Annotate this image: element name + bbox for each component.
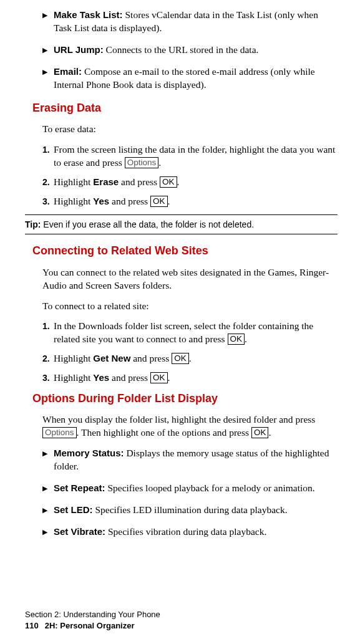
options-intro-text: . Then highlight one of the options and …	[77, 427, 251, 438]
bullet-item: ▶ Make Task List: Stores vCalendar data …	[42, 9, 338, 35]
step-item: 2. Highlight Erase and press OK.	[42, 176, 338, 189]
bullet-item: ▶ Set Repeat: Specifies looped playback …	[42, 482, 338, 495]
options-button-label: Options	[125, 157, 159, 168]
page-footer: Section 2: Understanding Your Phone 1102…	[25, 609, 160, 632]
step-number: 1.	[42, 143, 54, 170]
step-body: Highlight Erase and press OK.	[54, 176, 338, 189]
step-text: .	[177, 176, 180, 187]
options-intro-text: .	[268, 427, 271, 438]
bullet-text: Specifies looped playback for a melody o…	[105, 483, 315, 493]
bullet-body: Email: Compose an e-mail to the stored e…	[54, 65, 338, 92]
triangle-icon: ▶	[42, 504, 54, 517]
bullet-body: Set LED: Specifies LED illumination duri…	[54, 504, 338, 517]
ok-button-label: OK	[150, 196, 168, 207]
erasing-intro: To erase data:	[42, 123, 338, 136]
bullet-body: Make Task List: Stores vCalendar data in…	[54, 9, 338, 35]
bullet-item: ▶ Set LED: Specifies LED illumination du…	[42, 504, 338, 517]
step-number: 3.	[42, 195, 54, 208]
step-text: Highlight	[54, 353, 93, 363]
bullet-body: URL Jump: Connects to the URL stored in …	[54, 44, 338, 57]
bullet-item: ▶ Set Vibrate: Specifies vibration durin…	[42, 526, 338, 539]
step-body: In the Downloads folder list screen, sel…	[54, 320, 338, 346]
bullet-label: URL Jump:	[54, 44, 104, 55]
bullet-label: Set LED:	[54, 504, 93, 515]
bullet-item: ▶ URL Jump: Connects to the URL stored i…	[42, 44, 338, 57]
ok-button-label: OK	[172, 353, 189, 364]
step-text: .	[245, 334, 247, 344]
options-intro-text: When you display the folder list, highli…	[42, 414, 315, 425]
step-body: Highlight Get New and press OK.	[54, 352, 338, 365]
step-text: and press	[109, 196, 150, 206]
heading-erasing-data: Erasing Data	[32, 100, 338, 115]
connecting-intro2: To connect to a related site:	[42, 300, 338, 313]
footer-section: Section 2: Understanding Your Phone	[25, 609, 160, 620]
step-item: 3. Highlight Yes and press OK.	[42, 372, 338, 385]
bullet-label: Set Vibrate:	[54, 526, 105, 537]
bullet-label: Memory Status:	[54, 448, 124, 458]
connecting-intro1: You can connect to the related web sites…	[42, 266, 338, 292]
bullet-item: ▶ Memory Status: Displays the memory usa…	[42, 447, 338, 473]
step-text: .	[168, 372, 170, 383]
step-text: and press	[130, 353, 172, 363]
step-body: Highlight Yes and press OK.	[54, 195, 338, 208]
step-bold: Yes	[93, 372, 109, 383]
step-item: 2. Highlight Get New and press OK.	[42, 352, 338, 365]
step-bold: Get New	[93, 353, 130, 363]
triangle-icon: ▶	[42, 65, 54, 92]
step-text: and press	[109, 372, 150, 383]
tip-label: Tip:	[25, 219, 41, 229]
step-text: Highlight	[54, 196, 93, 206]
ok-button-label: OK	[160, 176, 177, 188]
tip-box: Tip: Even if you erase all the data, the…	[25, 214, 338, 235]
footer-title: 2H: Personal Organizer	[45, 621, 135, 630]
step-number: 3.	[42, 372, 54, 385]
step-text: From the screen listing the data in the …	[54, 144, 335, 168]
bullet-text: Compose an e-mail to the stored e-mail a…	[54, 66, 315, 90]
heading-connecting: Connecting to Related Web Sites	[32, 243, 338, 258]
heading-options: Options During Folder List Display	[32, 391, 338, 406]
step-number: 2.	[42, 352, 54, 365]
bullet-body: Set Repeat: Specifies looped playback fo…	[54, 482, 338, 495]
bullet-item: ▶ Email: Compose an e-mail to the stored…	[42, 65, 338, 92]
triangle-icon: ▶	[42, 44, 54, 57]
step-text: and press	[119, 176, 160, 187]
step-bold: Yes	[93, 196, 109, 206]
step-text: Highlight	[54, 176, 93, 187]
triangle-icon: ▶	[42, 526, 54, 539]
step-item: 3. Highlight Yes and press OK.	[42, 195, 338, 208]
step-body: Highlight Yes and press OK.	[54, 372, 338, 385]
step-text: .	[168, 196, 170, 206]
page-content: ▶ Make Task List: Stores vCalendar data …	[25, 9, 338, 539]
page-number: 110	[25, 621, 39, 630]
step-number: 2.	[42, 176, 54, 189]
step-text: .	[158, 157, 161, 168]
tip-text: Even if you erase all the data, the fold…	[41, 219, 254, 229]
step-bold: Erase	[93, 176, 119, 187]
triangle-icon: ▶	[42, 482, 54, 495]
bullet-label: Set Repeat:	[54, 483, 105, 493]
step-item: 1. From the screen listing the data in t…	[42, 143, 338, 170]
bullet-text: Specifies LED illumination during data p…	[93, 504, 288, 515]
bullet-body: Memory Status: Displays the memory usage…	[54, 447, 338, 473]
triangle-icon: ▶	[42, 447, 54, 473]
bullet-label: Make Task List:	[54, 9, 123, 20]
step-text: .	[189, 353, 192, 363]
step-text: In the Downloads folder list screen, sel…	[54, 320, 313, 344]
ok-button-label: OK	[251, 427, 269, 438]
options-intro: When you display the folder list, highli…	[42, 413, 338, 440]
ok-button-label: OK	[150, 372, 168, 383]
bullet-body: Set Vibrate: Specifies vibration during …	[54, 526, 338, 539]
footer-line2: 1102H: Personal Organizer	[25, 620, 160, 632]
ok-button-label: OK	[228, 334, 245, 345]
step-number: 1.	[42, 320, 54, 346]
bullet-text: Specifies vibration during data playback…	[105, 526, 266, 537]
options-button-label: Options	[42, 427, 77, 438]
step-text: Highlight	[54, 372, 93, 383]
step-item: 1. In the Downloads folder list screen, …	[42, 320, 338, 346]
bullet-text: Connects to the URL stored in the data.	[104, 44, 259, 55]
step-body: From the screen listing the data in the …	[54, 143, 338, 170]
triangle-icon: ▶	[42, 9, 54, 35]
bullet-label: Email:	[54, 66, 82, 77]
